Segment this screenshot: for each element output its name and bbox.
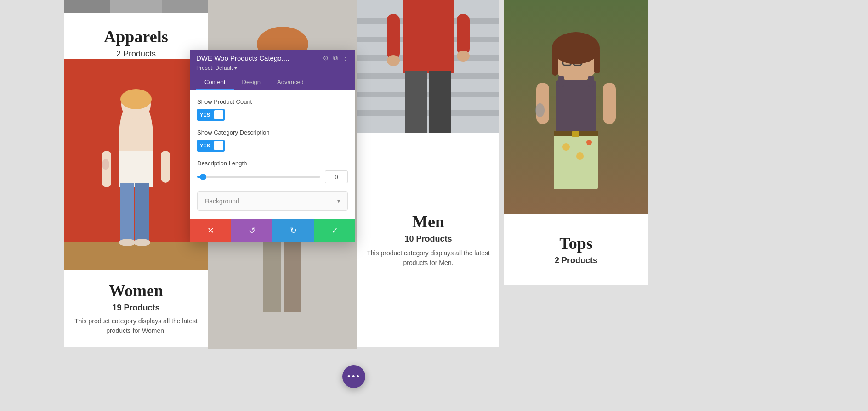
- editor-panel: DWE Woo Products Catego.... ⊙ ⧉ ⋮ Preset…: [190, 50, 355, 242]
- cancel-button[interactable]: ✕: [190, 219, 231, 242]
- slider-thumb[interactable]: [200, 174, 206, 180]
- fab-button[interactable]: •••: [342, 365, 365, 388]
- svg-rect-38: [387, 14, 400, 60]
- page-root: Apparels 2 Products: [0, 0, 868, 411]
- tab-design[interactable]: Design: [234, 75, 269, 90]
- women-title: Women: [109, 281, 163, 300]
- svg-point-40: [387, 55, 400, 66]
- show-category-desc-label: Show Category Description: [197, 129, 348, 136]
- men-count: 10 Products: [404, 234, 452, 244]
- tops-count: 2 Products: [555, 256, 597, 265]
- women-image: [64, 59, 208, 270]
- svg-point-55: [562, 143, 570, 151]
- svg-point-16: [102, 159, 109, 170]
- panel-tabs: Content Design Advanced: [196, 75, 349, 90]
- toggle-yes-label: YES: [197, 109, 213, 121]
- toggle-btn-yes[interactable]: YES: [197, 109, 225, 121]
- svg-rect-35: [403, 0, 454, 73]
- tab-content[interactable]: Content: [196, 75, 234, 90]
- apparels-image: [64, 0, 208, 13]
- slider-value[interactable]: 0: [325, 170, 348, 183]
- svg-rect-32: [357, 73, 499, 79]
- toggle-btn-yes-2[interactable]: YES: [197, 140, 225, 152]
- svg-rect-64: [594, 48, 600, 73]
- svg-rect-1: [64, 0, 110, 13]
- svg-rect-61: [603, 83, 616, 124]
- background-header[interactable]: Background ▾: [198, 192, 347, 210]
- toggle-knob-2: [214, 141, 223, 150]
- svg-rect-15: [161, 151, 170, 183]
- chevron-down-icon: ▾: [337, 198, 340, 205]
- slider-track[interactable]: [197, 176, 320, 178]
- fab-dots-icon: •••: [347, 371, 360, 383]
- svg-rect-37: [429, 71, 451, 133]
- apparels-title: Apparels: [104, 27, 168, 46]
- description-length-label: Description Length: [197, 160, 348, 167]
- svg-rect-51: [556, 80, 596, 135]
- show-product-count-toggle[interactable]: YES: [197, 109, 348, 121]
- tops-title: Tops: [559, 234, 593, 253]
- tab-advanced[interactable]: Advanced: [269, 75, 312, 90]
- panel-preset[interactable]: Preset: Default ▾: [196, 65, 349, 71]
- panel-footer: ✕ ↺ ↻ ✓: [190, 219, 355, 242]
- women-count: 19 Products: [112, 303, 159, 313]
- svg-rect-63: [552, 48, 558, 76]
- svg-rect-59: [572, 131, 579, 137]
- apparels-count: 2 Products: [116, 49, 156, 59]
- svg-point-62: [552, 32, 600, 64]
- panel-body: Show Product Count YES Show Category Des…: [190, 90, 355, 219]
- men-image: [357, 0, 499, 133]
- svg-rect-60: [536, 83, 549, 124]
- panel-header: DWE Woo Products Catego.... ⊙ ⧉ ⋮ Preset…: [190, 50, 355, 90]
- svg-rect-11: [135, 183, 149, 242]
- panel-title: DWE Woo Products Catego....: [196, 54, 323, 62]
- men-title: Men: [412, 212, 444, 231]
- svg-rect-36: [405, 71, 427, 133]
- svg-point-12: [119, 239, 136, 246]
- svg-rect-53: [588, 76, 594, 87]
- svg-rect-3: [162, 0, 208, 13]
- show-product-count-label: Show Product Count: [197, 98, 348, 105]
- toggle-knob: [214, 110, 223, 119]
- split-icon[interactable]: ⧉: [333, 55, 338, 62]
- tops-image: [504, 0, 648, 214]
- men-desc: This product category displays all the l…: [364, 248, 492, 268]
- svg-point-57: [586, 140, 592, 145]
- undo-button[interactable]: ↺: [231, 219, 272, 242]
- men-card: Men 10 Products This product category di…: [357, 133, 499, 347]
- focus-icon[interactable]: ⊙: [323, 54, 329, 62]
- svg-rect-2: [110, 0, 162, 13]
- svg-rect-34: [357, 110, 499, 116]
- svg-rect-33: [357, 92, 499, 97]
- tops-card: Tops 2 Products: [504, 214, 648, 285]
- svg-rect-5: [64, 242, 208, 270]
- svg-point-56: [576, 152, 584, 160]
- more-icon[interactable]: ⋮: [342, 54, 349, 62]
- panel-header-icons: ⊙ ⧉ ⋮: [323, 54, 349, 62]
- women-desc: This product category displays all the l…: [69, 316, 203, 336]
- women-card: Women 19 Products This product category …: [64, 270, 208, 347]
- svg-point-8: [120, 89, 152, 109]
- background-label: Background: [205, 197, 239, 205]
- description-length-slider-section: 0: [197, 170, 348, 183]
- svg-point-65: [535, 103, 545, 117]
- svg-point-41: [457, 51, 470, 62]
- svg-rect-9: [119, 151, 153, 187]
- show-category-desc-toggle[interactable]: YES: [197, 140, 348, 152]
- redo-button[interactable]: ↻: [272, 219, 314, 242]
- svg-rect-10: [120, 183, 134, 242]
- background-section: Background ▾: [197, 191, 348, 211]
- svg-point-13: [134, 239, 150, 246]
- confirm-button[interactable]: ✓: [314, 219, 355, 242]
- svg-rect-52: [558, 76, 564, 87]
- svg-rect-39: [457, 14, 470, 55]
- toggle-yes-label-2: YES: [197, 140, 213, 152]
